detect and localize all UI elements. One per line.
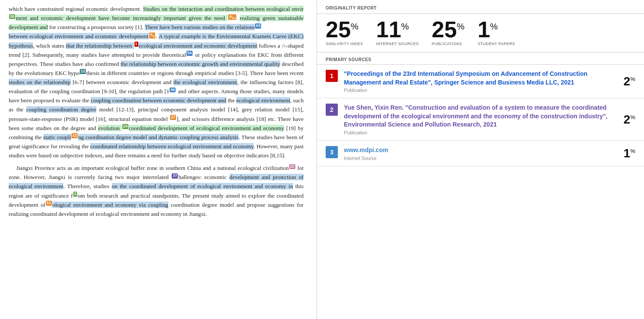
student-label: STUDENT PAPERS bbox=[477, 42, 515, 46]
internet-label: INTERNET SOURCES bbox=[376, 42, 418, 46]
right-panel: ORIGINALITY REPORT 25% SIMILARITY INDEX … bbox=[317, 0, 644, 319]
source-item-3[interactable]: 3 www.mdpi.com Internet Source 1% bbox=[317, 141, 644, 166]
primary-sources-header: PRIMARY SOURCES bbox=[317, 52, 644, 65]
source-pct-3: 1% bbox=[624, 146, 635, 160]
source-type-2: Publication bbox=[344, 130, 618, 135]
publications-number: 25% bbox=[432, 18, 465, 41]
source-item-1[interactable]: 1 "Proceedings of the 23rd International… bbox=[317, 65, 644, 98]
paragraph-2: Jiangxi Province acts as an important ec… bbox=[9, 163, 304, 218]
source-content-1: "Proceedings of the 23rd International S… bbox=[344, 70, 618, 93]
source-item-2[interactable]: 2 Yue Shen, Yixin Ren. "Construction and… bbox=[317, 98, 644, 141]
paragraph-1: which have constrained regional economic… bbox=[9, 4, 304, 160]
publications-label: PUBLICATIONS bbox=[432, 42, 462, 46]
source-badge-2: 2 bbox=[326, 104, 338, 116]
source-content-2: Yue Shen, Yixin Ren. "Construction and e… bbox=[344, 104, 618, 135]
student-number: 1% bbox=[477, 18, 498, 41]
source-content-3: www.mdpi.com Internet Source bbox=[344, 146, 618, 161]
source-pct-1: 2% bbox=[624, 75, 635, 88]
similarity-label: SIMILARITY INDEX bbox=[326, 42, 363, 46]
originality-report-label: ORIGINALITY REPORT bbox=[326, 6, 377, 10]
source-title-2[interactable]: Yue Shen, Yixin Ren. "Construction and e… bbox=[344, 104, 618, 129]
source-type-3: Internet Source bbox=[344, 156, 618, 161]
similarity-number: 25% bbox=[326, 18, 359, 41]
stat-internet: 11% INTERNET SOURCES bbox=[376, 18, 418, 46]
internet-number: 11% bbox=[376, 18, 409, 41]
stat-publications: 25% PUBLICATIONS bbox=[432, 18, 465, 46]
source-title-3[interactable]: www.mdpi.com bbox=[344, 146, 618, 155]
source-badge-3: 3 bbox=[326, 146, 338, 158]
stats-row: 25% SIMILARITY INDEX 11% INTERNET SOURCE… bbox=[317, 14, 644, 52]
primary-sources-label: PRIMARY SOURCES bbox=[326, 57, 371, 62]
stat-student: 1% STUDENT PAPERS bbox=[477, 18, 515, 46]
source-pct-2: 2% bbox=[624, 113, 635, 127]
stat-similarity: 25% SIMILARITY INDEX bbox=[326, 18, 363, 46]
source-title-1[interactable]: "Proceedings of the 23rd International S… bbox=[344, 70, 618, 87]
source-badge-1: 1 bbox=[326, 70, 338, 82]
originality-header: ORIGINALITY REPORT bbox=[317, 0, 644, 14]
source-type-1: Publication bbox=[344, 88, 618, 93]
left-panel: which have constrained regional economic… bbox=[0, 0, 317, 319]
